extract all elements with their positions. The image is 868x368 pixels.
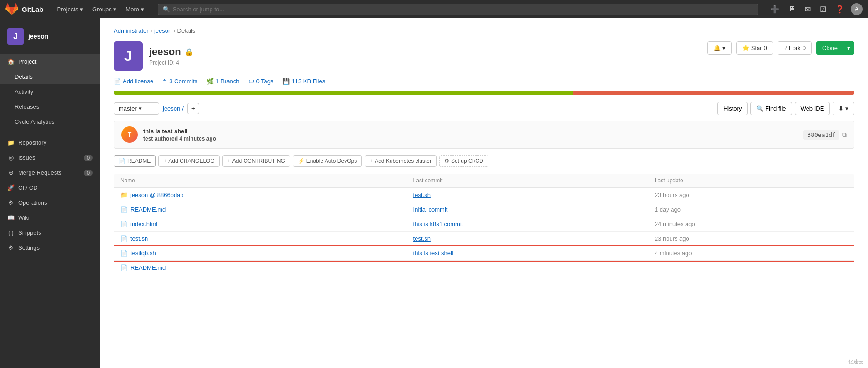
readme-tab[interactable]: 📄 README <box>114 155 156 167</box>
file-update <box>648 261 854 275</box>
clone-dropdown[interactable]: ▾ <box>843 41 854 55</box>
enable-auto-devops-button[interactable]: ⚡ Enable Auto DevOps <box>293 155 362 167</box>
branch-selector[interactable]: master ▾ <box>114 102 159 115</box>
file-name[interactable]: 📄README.md <box>120 264 401 271</box>
lock-icon: 🔒 <box>185 48 194 56</box>
find-file-label: Find file <box>765 105 786 112</box>
find-file-button[interactable]: 🔍 Find file <box>750 102 792 115</box>
file-table: Name Last commit Last update 📁jeeson @ 8… <box>114 173 854 275</box>
file-name[interactable]: 📄README.md <box>120 206 401 213</box>
sidebar-item-repository[interactable]: 📁 Repository <box>0 135 100 150</box>
web-ide-button[interactable]: Web IDE <box>795 102 830 115</box>
sidebar-item-project[interactable]: 🏠 Project <box>0 54 100 69</box>
screen-icon[interactable]: 🖥 <box>786 5 798 13</box>
groups-menu[interactable]: Groups ▾ <box>88 6 121 13</box>
commit-message: this is test shell <box>143 128 803 135</box>
star-count: 0 <box>764 45 767 51</box>
commit-info: T this is test shell test authored 4 min… <box>114 121 854 149</box>
plus-icon[interactable]: ➕ <box>768 5 782 14</box>
files-link[interactable]: 💾 113 KB Files <box>282 78 325 85</box>
breadcrumb-sep-2: › <box>173 27 175 34</box>
devops-icon: ⚡ <box>298 158 305 164</box>
history-button[interactable]: History <box>717 102 748 115</box>
sidebar-item-snippets[interactable]: { } Snippets <box>0 225 100 240</box>
sidebar-item-releases[interactable]: Releases <box>0 99 100 114</box>
breadcrumb-details: Details <box>177 27 196 34</box>
issues-icon: ◎ <box>7 154 15 161</box>
fork-button[interactable]: ⑂ Fork 0 <box>778 41 812 55</box>
file-update: 23 hours ago <box>648 232 854 246</box>
commit-message-link[interactable]: test.sh <box>413 192 431 198</box>
add-changelog-button[interactable]: + Add CHANGELOG <box>158 155 219 167</box>
branch-text: 1 Branch <box>216 78 239 85</box>
mail-icon[interactable]: ✉ <box>802 5 813 14</box>
path-project[interactable]: jeeson <box>163 105 180 112</box>
file-commit: this is k8s1 commit <box>407 217 648 232</box>
sidebar-item-issues[interactable]: ◎ Issues 0 <box>0 150 100 165</box>
kubernetes-label: Add Kubernetes cluster <box>375 158 431 164</box>
file-name[interactable]: 📄index.html <box>120 221 401 227</box>
clone-button[interactable]: Clone <box>816 41 843 55</box>
help-icon[interactable]: ❓ <box>833 5 847 14</box>
sidebar-item-activity[interactable]: Activity <box>0 84 100 99</box>
sidebar-item-settings[interactable]: ⚙ Settings <box>0 240 100 255</box>
file-name[interactable]: 📄test.sh <box>120 235 401 242</box>
sidebar-item-operations[interactable]: ⚙ Operations <box>0 195 100 210</box>
sidebar-item-details[interactable]: Details <box>0 69 100 84</box>
commit-details: this is test shell test authored 4 minut… <box>143 128 803 142</box>
project-name-text: jeeson <box>149 46 181 58</box>
sidebar-project-avatar: J <box>7 28 24 45</box>
merge-requests-label: Merge Requests <box>18 169 61 176</box>
file-type-icon: 📁 <box>120 192 128 198</box>
commits-text: 3 Commits <box>169 78 197 85</box>
add-path-button[interactable]: + <box>187 103 199 114</box>
gitlab-logo[interactable] <box>5 3 18 15</box>
file-commit <box>407 261 648 275</box>
tags-link[interactable]: 🏷 0 Tags <box>248 78 273 85</box>
fork-count: 0 <box>803 45 806 51</box>
table-row: 📄README.md <box>114 261 854 275</box>
copy-hash-icon[interactable]: ⧉ <box>842 131 847 139</box>
add-kubernetes-button[interactable]: + Add Kubernetes cluster <box>365 155 437 167</box>
search-input[interactable] <box>173 6 753 13</box>
commit-message-link[interactable]: test.sh <box>413 235 431 242</box>
user-avatar[interactable]: A <box>851 3 863 15</box>
breadcrumb-admin[interactable]: Administrator <box>114 27 149 34</box>
settings-label: Settings <box>18 244 40 251</box>
notification-button[interactable]: 🔔 ▾ <box>707 41 732 55</box>
projects-menu[interactable]: Projects ▾ <box>53 6 88 13</box>
sidebar-item-wiki[interactable]: 📖 Wiki <box>0 210 100 225</box>
search-bar[interactable]: 🔍 <box>158 4 758 15</box>
commits-link[interactable]: ↰ 3 Commits <box>162 78 197 85</box>
commit-message-link[interactable]: this is test shell <box>413 250 453 257</box>
star-button[interactable]: ⭐ Star 0 <box>736 41 773 55</box>
todo-icon[interactable]: ☑ <box>817 5 829 14</box>
download-button[interactable]: ⬇ ▾ <box>833 102 854 115</box>
add-contributing-button[interactable]: + Add CONTRIBUTING <box>222 155 290 167</box>
file-type-icon: 📄 <box>120 235 128 242</box>
commit-message-link[interactable]: this is k8s1 commit <box>413 221 463 227</box>
lang-red <box>573 91 854 95</box>
branch-icon: 🌿 <box>206 78 214 85</box>
add-license-link[interactable]: 📄 Add license <box>114 78 153 85</box>
breadcrumb-jeeson[interactable]: jeeson <box>154 27 171 34</box>
file-name[interactable]: 📁jeeson @ 8866bdab <box>120 192 401 198</box>
readme-icon: 📄 <box>119 158 125 164</box>
file-name[interactable]: 📄testlqb.sh <box>120 250 401 257</box>
more-menu[interactable]: More ▾ <box>121 6 148 13</box>
sidebar-item-ci-cd[interactable]: 🚀 CI / CD <box>0 180 100 195</box>
sidebar-item-merge-requests[interactable]: ⊕ Merge Requests 0 <box>0 165 100 180</box>
kubernetes-icon: + <box>370 158 373 164</box>
branch-chevron: ▾ <box>139 105 142 112</box>
sidebar-project-header[interactable]: J jeeson <box>0 23 100 50</box>
table-row: 📄README.mdInitial commit1 day ago <box>114 202 854 217</box>
search-icon: 🔍 <box>756 105 763 112</box>
setup-cicd-button[interactable]: ⚙ Set up CI/CD <box>439 155 488 167</box>
path-sep: / <box>182 105 184 112</box>
commit-message-link[interactable]: Initial commit <box>413 206 448 213</box>
commit-hash-block: 380ea1df ⧉ <box>803 130 847 140</box>
branch-link[interactable]: 🌿 1 Branch <box>206 78 239 85</box>
lang-green <box>114 91 573 95</box>
contributing-icon: + <box>227 158 231 164</box>
sidebar-item-cycle-analytics[interactable]: Cycle Analytics <box>0 114 100 129</box>
